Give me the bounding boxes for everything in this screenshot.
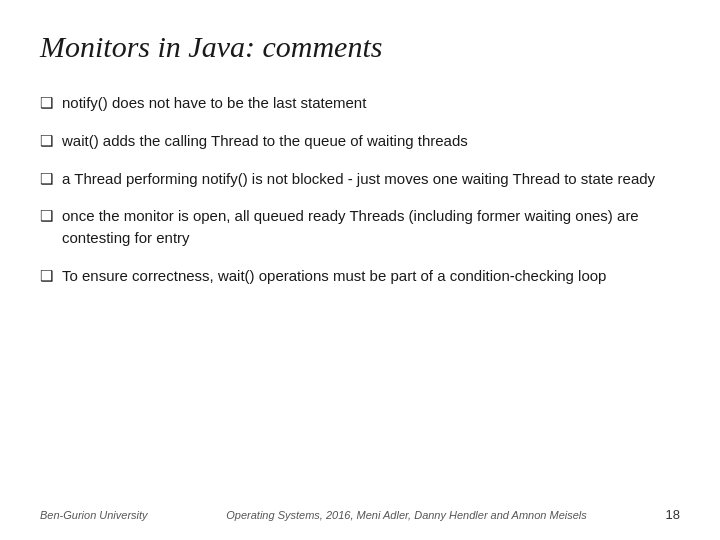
list-item: ❑ notify() does not have to be the last …: [40, 92, 680, 114]
slide-title: Monitors in Java: comments: [40, 30, 680, 64]
slide: Monitors in Java: comments ❑ notify() do…: [0, 0, 720, 540]
bullet-marker: ❑: [40, 92, 62, 114]
bullet-text: once the monitor is open, all queued rea…: [62, 205, 680, 249]
bullet-text: notify() does not have to be the last st…: [62, 92, 680, 114]
bullet-text: wait() adds the calling Thread to the qu…: [62, 130, 680, 152]
bullet-marker: ❑: [40, 205, 62, 227]
footer-citation: Operating Systems, 2016, Meni Adler, Dan…: [226, 509, 587, 521]
list-item: ❑ To ensure correctness, wait() operatio…: [40, 265, 680, 287]
bullet-marker: ❑: [40, 168, 62, 190]
bullet-text: a Thread performing notify() is not bloc…: [62, 168, 680, 190]
list-item: ❑ wait() adds the calling Thread to the …: [40, 130, 680, 152]
bullet-list: ❑ notify() does not have to be the last …: [40, 92, 680, 287]
bullet-marker: ❑: [40, 130, 62, 152]
footer: Ben-Gurion University Operating Systems,…: [40, 507, 680, 522]
bullet-text: To ensure correctness, wait() operations…: [62, 265, 680, 287]
bullet-marker: ❑: [40, 265, 62, 287]
footer-university: Ben-Gurion University: [40, 509, 148, 521]
footer-page-number: 18: [666, 507, 680, 522]
list-item: ❑ once the monitor is open, all queued r…: [40, 205, 680, 249]
list-item: ❑ a Thread performing notify() is not bl…: [40, 168, 680, 190]
